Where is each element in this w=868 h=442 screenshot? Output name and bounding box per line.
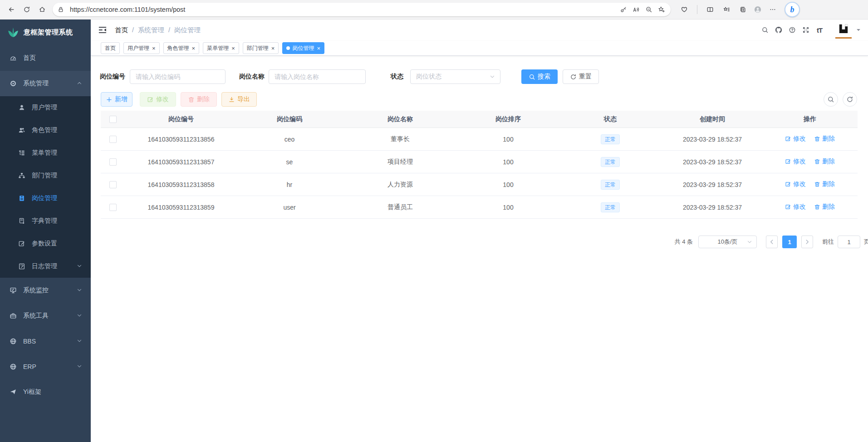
sidebar-item-system-tools[interactable]: 系统工具 [0,303,91,329]
tab-user-management[interactable]: 用户管理× [123,42,160,54]
app-title: 意框架管理系统 [24,28,73,37]
row-delete-button[interactable]: 删除 [814,203,835,211]
select-all-checkbox[interactable] [109,116,117,123]
breadcrumb-item[interactable]: 首页 [115,26,128,34]
address-bar[interactable]: https://ccnetcore.com:1101/system/post [53,3,671,16]
delete-button[interactable]: 删除 [181,92,217,107]
collections-icon[interactable] [736,2,750,17]
cell-post-code: hr [237,173,342,196]
more-icon[interactable] [765,2,780,17]
show-search-button[interactable] [824,92,838,107]
sidebar-item-dict-management[interactable]: 字典管理 [0,210,91,232]
row-checkbox[interactable] [109,158,117,166]
lock-icon[interactable] [54,4,67,15]
sidebar-item-label: 部门管理 [32,172,57,180]
copilot-icon[interactable]: b [785,2,800,17]
font-size-icon[interactable]: tT [813,23,826,37]
chevron-up-icon [76,80,83,87]
help-icon[interactable] [785,23,799,37]
status-badge: 正常 [601,134,620,144]
page-1-button[interactable]: 1 [782,236,797,248]
close-icon[interactable]: × [271,45,275,51]
favorite-add-icon[interactable] [655,4,668,15]
edit-icon [785,181,791,187]
sidebar-item-post-management[interactable]: 岗位管理 [0,187,91,210]
sidebar-item-erp[interactable]: ERP [0,354,91,379]
tab-role-management[interactable]: 角色管理× [163,42,200,54]
edit-button[interactable]: 修改 [140,92,176,107]
tag-view-bar: 首页用户管理×角色管理×菜单管理×部门管理×岗位管理× [91,41,868,56]
status-select[interactable]: 岗位状态 [410,69,500,84]
globe-icon [9,363,17,371]
sidebar-item-system-management[interactable]: 系统管理 [0,71,91,96]
chevron-down-icon [76,263,83,270]
tab-dept-management[interactable]: 部门管理× [243,42,279,54]
edit-icon [147,96,154,103]
toolbar-divider [697,5,697,14]
search-button[interactable]: 搜索 [521,69,558,84]
post-name-input[interactable] [269,69,366,84]
row-delete-button[interactable]: 删除 [814,135,835,143]
plus-icon [106,96,113,103]
url-text[interactable]: https://ccnetcore.com:1101/system/post [70,6,617,13]
edit-icon [785,204,791,210]
home-icon[interactable] [34,2,50,17]
active-tab-dot [286,46,290,50]
cell-post-id: 1641030593112313858 [125,173,237,196]
row-edit-button[interactable]: 修改 [785,157,806,166]
sidebar-item-log-management[interactable]: 日志管理 [0,255,91,278]
user-avatar[interactable] [835,22,852,39]
prev-page-button[interactable] [766,236,778,248]
key-icon[interactable] [617,4,630,15]
sidebar-item-yi-framework[interactable]: Yi框架 [0,379,91,405]
sidebar-item-param-settings[interactable]: 参数设置 [0,232,91,255]
sidebar-item-dept-management[interactable]: 部门管理 [0,164,91,187]
close-icon[interactable]: × [317,45,320,51]
caret-down-icon[interactable] [855,27,862,33]
browser-essentials-icon[interactable] [677,2,691,17]
reset-button[interactable]: 重置 [563,69,599,84]
tab-menu-management[interactable]: 菜单管理× [203,42,239,54]
sidebar-item-label: Yi框架 [23,388,41,396]
split-screen-icon[interactable] [703,2,717,17]
row-edit-button[interactable]: 修改 [785,135,806,143]
fullscreen-icon[interactable] [799,23,813,37]
sidebar-item-user-management[interactable]: 用户管理 [0,96,91,119]
sidebar-item-role-management[interactable]: 角色管理 [0,119,91,142]
row-edit-button[interactable]: 修改 [785,180,806,188]
row-checkbox[interactable] [109,181,117,188]
row-delete-button[interactable]: 删除 [814,180,835,188]
close-icon[interactable]: × [152,45,156,51]
tab-post-management[interactable]: 岗位管理× [282,42,324,54]
sidebar-item-menu-management[interactable]: 菜单管理 [0,142,91,164]
tab-label: 用户管理 [128,44,149,52]
row-delete-button[interactable]: 删除 [814,157,835,166]
post-code-input[interactable] [130,69,226,84]
github-icon[interactable] [772,23,785,37]
search-icon[interactable] [758,23,772,37]
tab-home[interactable]: 首页 [101,42,120,54]
row-checkbox[interactable] [109,136,117,143]
zoom-out-icon[interactable] [642,4,655,15]
profile-avatar[interactable] [752,4,764,15]
refresh-table-button[interactable] [843,92,857,107]
sidebar-item-system-monitor[interactable]: 系统监控 [0,278,91,303]
close-icon[interactable]: × [231,45,235,51]
app-logo[interactable]: 意框架管理系统 [0,19,91,45]
export-button[interactable]: 导出 [221,92,257,107]
dashboard-icon [9,54,17,62]
back-icon[interactable] [4,2,19,17]
row-checkbox[interactable] [109,204,117,211]
sidebar-item-bbs[interactable]: BBS [0,329,91,354]
close-icon[interactable]: × [192,45,196,51]
collapse-sidebar-icon[interactable] [98,25,108,35]
refresh-icon[interactable] [19,2,34,17]
read-aloud-icon[interactable] [630,4,642,15]
next-page-button[interactable] [801,236,813,248]
favorites-icon[interactable] [719,2,734,17]
sidebar-item-home[interactable]: 首页 [0,45,91,71]
page-size-select[interactable]: 10条/页 [698,236,757,248]
add-button[interactable]: 新增 [101,92,132,107]
goto-page-input[interactable] [838,236,860,248]
row-edit-button[interactable]: 修改 [785,203,806,211]
